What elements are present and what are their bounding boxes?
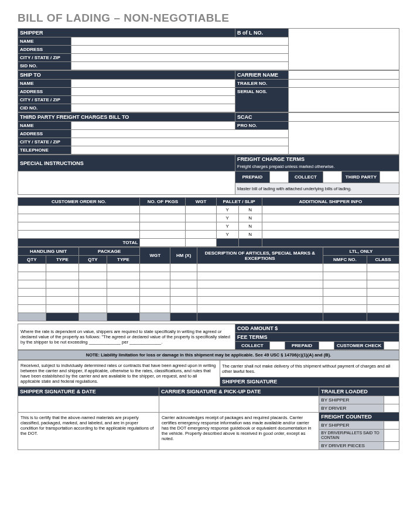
shipto-csz-label: CITY / STATE / ZIP xyxy=(18,96,71,104)
thirdparty-box[interactable] xyxy=(380,171,399,183)
carrier-sig-field[interactable] xyxy=(159,396,319,413)
prono-field[interactable] xyxy=(289,122,399,155)
tp-address-field[interactable] xyxy=(71,130,289,138)
fee-collect: COLLECT xyxy=(235,342,270,350)
fee-terms-label: FEE TERMS xyxy=(235,333,399,342)
handling-unit-hdr: HANDLING UNIT xyxy=(18,248,79,256)
palletslip-hdr: PALLET / SLIP xyxy=(216,198,262,206)
thirdparty-header: THIRD PARTY FREIGHT CHARGES BILL TO xyxy=(18,113,235,122)
tp-telephone-label: TELEPHONE xyxy=(18,146,71,155)
tl-by-driver: BY DRIVER xyxy=(319,404,384,413)
special-instr-field[interactable] xyxy=(18,171,235,195)
shipto-header: SHIP TO xyxy=(18,71,235,80)
shipper-sid-field[interactable] xyxy=(71,62,289,70)
package-hdr: PACKAGE xyxy=(79,248,140,256)
hmx-hdr: HM (X) xyxy=(170,248,197,264)
prepaid-box[interactable] xyxy=(269,171,289,183)
liability-note: NOTE: Liability limitation for loss or d… xyxy=(18,351,399,360)
cod-label: COD AMOUNT $ xyxy=(235,324,399,333)
received-block: Received, subject to individually determ… xyxy=(18,360,399,387)
tp-csz-label: CITY / STATE / ZIP xyxy=(18,138,71,146)
fc-by-driver-pallets: BY DRIVER/PALLETS SAID TO CONTAIN xyxy=(319,430,384,441)
carrier-sig-date-hdr: CARRIER SIGNATURE & PICK-UP DATE xyxy=(159,387,319,396)
fee-custcheck: CUSTOMER CHECK xyxy=(334,342,384,350)
bol-no-label: B of L NO. xyxy=(235,29,289,37)
fee-prepaid: PREPAID xyxy=(285,342,319,350)
shipper-sig-field[interactable] xyxy=(18,396,159,413)
type-hdr2: TYPE xyxy=(107,256,140,264)
wgt-hdr: WGT xyxy=(186,198,216,206)
tp-address-label: ADDRESS xyxy=(18,130,71,138)
carrier-name-label: CARRIER NAME xyxy=(235,71,289,80)
rate-note: Where the rate is dependent on value, sh… xyxy=(18,324,235,350)
tp-name-field[interactable] xyxy=(71,122,235,130)
fc-by-driver-pieces-box[interactable] xyxy=(384,441,399,449)
shipto-address-field[interactable] xyxy=(71,88,235,96)
shipto-cid-field[interactable] xyxy=(71,104,235,112)
shipper-csz-label: CITY / STATE / ZIP xyxy=(18,54,71,62)
trailer-no-field[interactable] xyxy=(289,80,399,88)
addlshipper-hdr: ADDITIONAL SHIPPER INFO xyxy=(262,198,399,206)
qty-hdr2: QTY xyxy=(79,256,107,264)
prepaid-label: PREPAID xyxy=(235,171,270,183)
certify-text: This is to certify that the above-named … xyxy=(18,413,159,449)
thirdparty-block: THIRD PARTY FREIGHT CHARGES BILL TO SCAC… xyxy=(18,112,399,155)
thirdparty-label: THIRD PARTY xyxy=(342,171,380,183)
trailer-no-label: TRAILER NO. xyxy=(235,80,289,88)
qty-hdr: QTY xyxy=(18,256,46,264)
shipto-cid-label: CID NO. xyxy=(18,104,71,112)
shipper-sid-label: SID NO. xyxy=(18,62,71,70)
tl-by-driver-box[interactable] xyxy=(384,404,399,413)
shipper-block: SHIPPER B of L NO. NAME ADDRESS CITY / S… xyxy=(18,28,399,70)
nmfc-hdr: NMFC NO. xyxy=(323,256,367,264)
master-bol-note: Master bill of lading with attached unde… xyxy=(235,183,399,195)
desc-hdr: DESCRIPTION OF ARTICLES, SPECIAL MARKS &… xyxy=(197,248,323,264)
carrier-no-delivery: The carrier shall not make delivery of t… xyxy=(220,361,399,377)
freight-counted-hdr: FREIGHT COUNTED xyxy=(319,413,399,421)
freight-terms-sub: Freight charges prepaid unless marked ot… xyxy=(237,164,334,169)
signature-block: SHIPPER SIGNATURE & DATE CARRIER SIGNATU… xyxy=(18,387,399,449)
prono-label: PRO NO. xyxy=(235,122,289,130)
shipto-csz-field[interactable] xyxy=(71,96,235,104)
tl-by-shipper: BY SHIPPER xyxy=(319,396,384,404)
fee-prepaid-box[interactable] xyxy=(319,342,334,350)
fee-custcheck-box[interactable] xyxy=(384,342,399,350)
shipper-header: SHIPPER xyxy=(18,29,235,37)
collect-label: COLLECT xyxy=(289,171,323,183)
shipper-csz-field[interactable] xyxy=(71,54,289,62)
collect-box[interactable] xyxy=(323,171,342,183)
table-cell[interactable] xyxy=(18,206,140,214)
shipper-address-label: ADDRESS xyxy=(18,46,71,54)
fc-by-shipper-box[interactable] xyxy=(384,421,399,430)
nopkgs-hdr: NO. OF PKGS xyxy=(140,198,186,206)
serial-nos-label: SERIAL NOS. xyxy=(235,88,289,112)
shipper-address-field[interactable] xyxy=(71,46,289,54)
fc-by-driver-pallets-box[interactable] xyxy=(384,430,399,441)
shipper-name-field[interactable] xyxy=(71,37,289,46)
received-text: Received, subject to individually determ… xyxy=(18,361,220,387)
special-instr-label: SPECIAL INSTRUCTIONS xyxy=(18,155,235,171)
tl-by-shipper-box[interactable] xyxy=(384,396,399,404)
freight-terms-title: FREIGHT CHARGE TERMS xyxy=(237,156,305,162)
trailer-loaded-hdr: TRAILER LOADED xyxy=(319,387,399,396)
fc-by-driver-pieces: BY DRIVER PIECES xyxy=(319,441,384,449)
shipto-block: SHIP TO CARRIER NAME NAME TRAILER NO. AD… xyxy=(18,70,399,112)
order-table: CUSTOMER ORDER NO. NO. OF PKGS WGT PALLE… xyxy=(18,197,399,247)
page-title: BILL OF LADING – NON-NEGOTIABLE xyxy=(18,12,399,25)
tp-telephone-field[interactable] xyxy=(71,146,289,155)
carrier-ack-text: Carrier acknowledges receipt of packages… xyxy=(159,413,319,449)
ltl-only-hdr: LTL, ONLY xyxy=(323,248,399,256)
tp-csz-field[interactable] xyxy=(71,138,289,146)
carrier-name-field[interactable] xyxy=(289,71,399,80)
fee-collect-box[interactable] xyxy=(269,342,285,350)
custorder-hdr: CUSTOMER ORDER NO. xyxy=(18,198,140,206)
shipto-name-field[interactable] xyxy=(71,80,235,88)
bol-no-field[interactable] xyxy=(289,29,399,70)
scac-field[interactable] xyxy=(289,113,399,122)
shipto-name-label: NAME xyxy=(18,80,71,88)
class-hdr: CLASS xyxy=(367,256,399,264)
serial-nos-field[interactable] xyxy=(289,88,399,112)
scac-label: SCAC xyxy=(235,113,289,122)
total-label: TOTAL xyxy=(18,239,140,247)
fc-by-shipper: BY SHIPPER xyxy=(319,421,384,430)
